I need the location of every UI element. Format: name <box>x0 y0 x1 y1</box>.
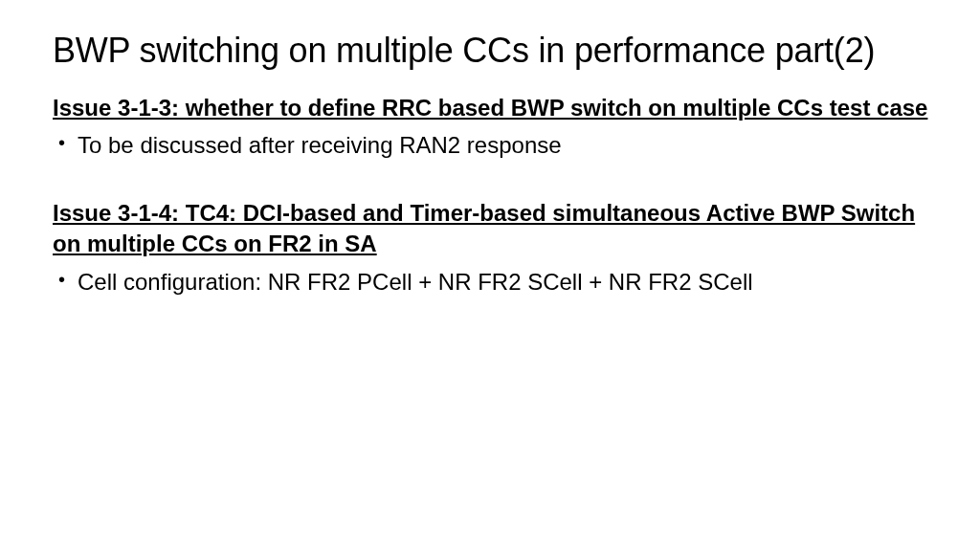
issue-heading-2: Issue 3-1-4: TC4: DCI-based and Timer-ba… <box>53 198 932 260</box>
bullet-item: Cell configuration: NR FR2 PCell + NR FR… <box>53 266 932 298</box>
slide-title: BWP switching on multiple CCs in perform… <box>53 29 932 72</box>
bullet-list-1: To be discussed after receiving RAN2 res… <box>53 129 932 162</box>
bullet-list-2: Cell configuration: NR FR2 PCell + NR FR… <box>53 266 932 298</box>
issue-heading-1: Issue 3-1-3: whether to define RRC based… <box>53 93 932 123</box>
issue-section-1: Issue 3-1-3: whether to define RRC based… <box>53 93 932 162</box>
issue-section-2: Issue 3-1-4: TC4: DCI-based and Timer-ba… <box>53 198 932 298</box>
bullet-item: To be discussed after receiving RAN2 res… <box>53 129 932 162</box>
